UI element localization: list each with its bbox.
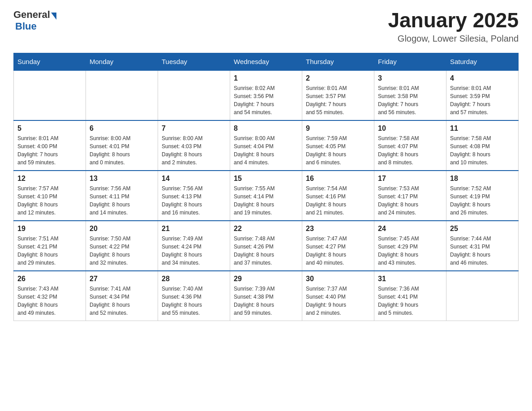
day-info: Sunrise: 7:56 AM Sunset: 4:13 PM Dayligh… xyxy=(162,184,226,217)
day-info: Sunrise: 7:58 AM Sunset: 4:08 PM Dayligh… xyxy=(450,134,515,167)
day-header-wednesday: Wednesday xyxy=(230,53,302,70)
day-number: 8 xyxy=(234,124,298,133)
calendar-cell: 21Sunrise: 7:49 AM Sunset: 4:24 PM Dayli… xyxy=(158,221,230,271)
calendar-header-row: SundayMondayTuesdayWednesdayThursdayFrid… xyxy=(14,53,519,70)
day-number: 16 xyxy=(306,175,370,183)
day-header-monday: Monday xyxy=(86,53,158,70)
calendar-cell: 3Sunrise: 8:01 AM Sunset: 3:58 PM Daylig… xyxy=(374,70,446,120)
day-info: Sunrise: 8:01 AM Sunset: 4:00 PM Dayligh… xyxy=(17,134,82,167)
calendar-cell: 29Sunrise: 7:39 AM Sunset: 4:38 PM Dayli… xyxy=(230,271,302,321)
day-info: Sunrise: 8:00 AM Sunset: 4:04 PM Dayligh… xyxy=(234,134,298,167)
day-info: Sunrise: 7:44 AM Sunset: 4:31 PM Dayligh… xyxy=(450,235,515,267)
calendar-table: SundayMondayTuesdayWednesdayThursdayFrid… xyxy=(13,53,519,321)
day-number: 25 xyxy=(450,225,515,233)
day-number: 13 xyxy=(90,175,154,183)
calendar-cell: 22Sunrise: 7:48 AM Sunset: 4:26 PM Dayli… xyxy=(230,221,302,271)
day-info: Sunrise: 8:01 AM Sunset: 3:58 PM Dayligh… xyxy=(378,84,442,116)
calendar-cell: 1Sunrise: 8:02 AM Sunset: 3:56 PM Daylig… xyxy=(230,70,302,120)
calendar-cell: 16Sunrise: 7:54 AM Sunset: 4:16 PM Dayli… xyxy=(302,171,374,221)
day-number: 1 xyxy=(234,74,298,82)
day-info: Sunrise: 7:36 AM Sunset: 4:41 PM Dayligh… xyxy=(378,285,442,317)
day-number: 6 xyxy=(90,124,154,133)
day-number: 23 xyxy=(306,225,370,233)
week-row-3: 12Sunrise: 7:57 AM Sunset: 4:10 PM Dayli… xyxy=(14,171,519,221)
week-row-5: 26Sunrise: 7:43 AM Sunset: 4:32 PM Dayli… xyxy=(14,271,519,321)
week-row-4: 19Sunrise: 7:51 AM Sunset: 4:21 PM Dayli… xyxy=(14,221,519,271)
calendar-cell: 30Sunrise: 7:37 AM Sunset: 4:40 PM Dayli… xyxy=(302,271,374,321)
day-number: 15 xyxy=(234,175,298,183)
calendar-cell: 14Sunrise: 7:56 AM Sunset: 4:13 PM Dayli… xyxy=(158,171,230,221)
calendar-cell: 31Sunrise: 7:36 AM Sunset: 4:41 PM Dayli… xyxy=(374,271,446,321)
calendar-cell: 8Sunrise: 8:00 AM Sunset: 4:04 PM Daylig… xyxy=(230,120,302,171)
calendar-cell xyxy=(14,70,86,120)
day-number: 27 xyxy=(90,275,154,283)
day-number: 10 xyxy=(378,124,442,133)
day-info: Sunrise: 7:43 AM Sunset: 4:32 PM Dayligh… xyxy=(17,285,82,317)
day-info: Sunrise: 7:39 AM Sunset: 4:38 PM Dayligh… xyxy=(234,285,298,317)
day-number: 28 xyxy=(162,275,226,283)
day-number: 11 xyxy=(450,124,515,133)
day-number: 29 xyxy=(234,275,298,283)
day-info: Sunrise: 7:55 AM Sunset: 4:14 PM Dayligh… xyxy=(234,184,298,217)
logo-general-text: General xyxy=(13,9,50,21)
day-number: 4 xyxy=(450,74,515,82)
calendar-cell: 11Sunrise: 7:58 AM Sunset: 4:08 PM Dayli… xyxy=(446,120,519,171)
calendar-cell: 2Sunrise: 8:01 AM Sunset: 3:57 PM Daylig… xyxy=(302,70,374,120)
day-info: Sunrise: 7:56 AM Sunset: 4:11 PM Dayligh… xyxy=(90,184,154,217)
day-info: Sunrise: 7:57 AM Sunset: 4:10 PM Dayligh… xyxy=(17,184,82,217)
calendar-cell: 5Sunrise: 8:01 AM Sunset: 4:00 PM Daylig… xyxy=(14,120,86,171)
day-info: Sunrise: 7:52 AM Sunset: 4:19 PM Dayligh… xyxy=(450,184,515,217)
day-number: 24 xyxy=(378,225,442,233)
day-info: Sunrise: 7:49 AM Sunset: 4:24 PM Dayligh… xyxy=(162,235,226,267)
day-info: Sunrise: 8:02 AM Sunset: 3:56 PM Dayligh… xyxy=(234,84,298,116)
calendar-cell: 15Sunrise: 7:55 AM Sunset: 4:14 PM Dayli… xyxy=(230,171,302,221)
day-number: 30 xyxy=(306,275,370,283)
day-info: Sunrise: 7:41 AM Sunset: 4:34 PM Dayligh… xyxy=(90,285,154,317)
calendar-cell xyxy=(86,70,158,120)
day-number: 12 xyxy=(17,175,82,183)
calendar-cell: 4Sunrise: 8:01 AM Sunset: 3:59 PM Daylig… xyxy=(446,70,519,120)
day-number: 18 xyxy=(450,175,515,183)
day-number: 7 xyxy=(162,124,226,133)
calendar-title: January 2025 xyxy=(388,9,519,32)
calendar-cell: 9Sunrise: 7:59 AM Sunset: 4:05 PM Daylig… xyxy=(302,120,374,171)
location-subtitle: Glogow, Lower Silesia, Poland xyxy=(388,34,519,44)
day-info: Sunrise: 8:00 AM Sunset: 4:03 PM Dayligh… xyxy=(162,134,226,167)
logo: General Blue xyxy=(13,9,56,32)
calendar-cell: 24Sunrise: 7:45 AM Sunset: 4:29 PM Dayli… xyxy=(374,221,446,271)
day-info: Sunrise: 7:54 AM Sunset: 4:16 PM Dayligh… xyxy=(306,184,370,217)
day-info: Sunrise: 8:01 AM Sunset: 3:57 PM Dayligh… xyxy=(306,84,370,116)
day-header-saturday: Saturday xyxy=(446,53,519,70)
day-header-sunday: Sunday xyxy=(14,53,86,70)
calendar-cell xyxy=(446,271,519,321)
day-number: 3 xyxy=(378,74,442,82)
day-number: 9 xyxy=(306,124,370,133)
day-info: Sunrise: 7:40 AM Sunset: 4:36 PM Dayligh… xyxy=(162,285,226,317)
day-info: Sunrise: 7:37 AM Sunset: 4:40 PM Dayligh… xyxy=(306,285,370,317)
calendar-cell: 13Sunrise: 7:56 AM Sunset: 4:11 PM Dayli… xyxy=(86,171,158,221)
calendar-cell: 17Sunrise: 7:53 AM Sunset: 4:17 PM Dayli… xyxy=(374,171,446,221)
day-info: Sunrise: 7:59 AM Sunset: 4:05 PM Dayligh… xyxy=(306,134,370,167)
day-info: Sunrise: 8:00 AM Sunset: 4:01 PM Dayligh… xyxy=(90,134,154,167)
calendar-cell: 19Sunrise: 7:51 AM Sunset: 4:21 PM Dayli… xyxy=(14,221,86,271)
title-section: January 2025 Glogow, Lower Silesia, Pola… xyxy=(388,9,519,44)
day-number: 5 xyxy=(17,124,82,133)
calendar-cell: 27Sunrise: 7:41 AM Sunset: 4:34 PM Dayli… xyxy=(86,271,158,321)
day-number: 20 xyxy=(90,225,154,233)
calendar-cell: 28Sunrise: 7:40 AM Sunset: 4:36 PM Dayli… xyxy=(158,271,230,321)
calendar-cell: 23Sunrise: 7:47 AM Sunset: 4:27 PM Dayli… xyxy=(302,221,374,271)
day-info: Sunrise: 7:51 AM Sunset: 4:21 PM Dayligh… xyxy=(17,235,82,267)
calendar-cell xyxy=(158,70,230,120)
day-info: Sunrise: 7:47 AM Sunset: 4:27 PM Dayligh… xyxy=(306,235,370,267)
calendar-cell: 6Sunrise: 8:00 AM Sunset: 4:01 PM Daylig… xyxy=(86,120,158,171)
calendar-cell: 25Sunrise: 7:44 AM Sunset: 4:31 PM Dayli… xyxy=(446,221,519,271)
day-info: Sunrise: 7:58 AM Sunset: 4:07 PM Dayligh… xyxy=(378,134,442,167)
day-number: 14 xyxy=(162,175,226,183)
calendar-cell: 18Sunrise: 7:52 AM Sunset: 4:19 PM Dayli… xyxy=(446,171,519,221)
week-row-2: 5Sunrise: 8:01 AM Sunset: 4:00 PM Daylig… xyxy=(14,120,519,171)
day-info: Sunrise: 7:53 AM Sunset: 4:17 PM Dayligh… xyxy=(378,184,442,217)
day-info: Sunrise: 7:50 AM Sunset: 4:22 PM Dayligh… xyxy=(90,235,154,267)
day-header-thursday: Thursday xyxy=(302,53,374,70)
day-info: Sunrise: 7:48 AM Sunset: 4:26 PM Dayligh… xyxy=(234,235,298,267)
day-header-tuesday: Tuesday xyxy=(158,53,230,70)
